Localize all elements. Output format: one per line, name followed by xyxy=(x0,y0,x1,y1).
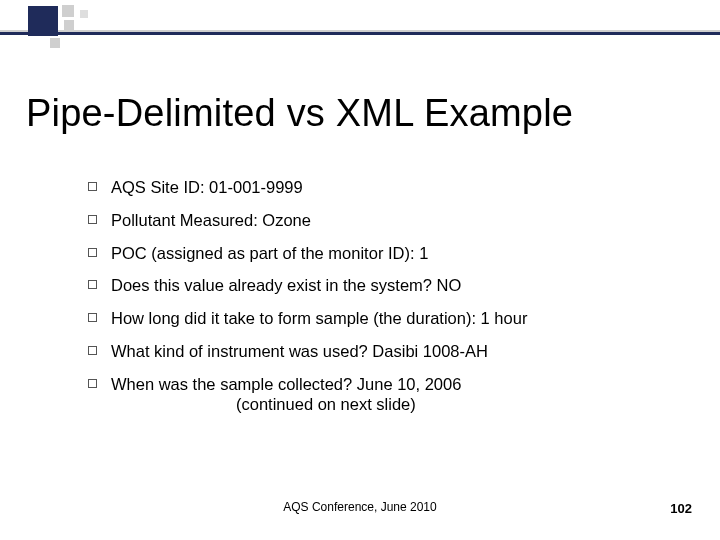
bullet-icon xyxy=(88,280,97,289)
bullet-icon xyxy=(88,182,97,191)
list-item-text: Pollutant Measured: Ozone xyxy=(111,211,311,231)
page-number: 102 xyxy=(670,501,692,516)
bullet-icon xyxy=(88,346,97,355)
bullet-icon xyxy=(88,248,97,257)
list-item-text: What kind of instrument was used? Dasibi… xyxy=(111,342,488,362)
list-item: POC (assigned as part of the monitor ID)… xyxy=(88,244,678,264)
list-item-text: AQS Site ID: 01-001-9999 xyxy=(111,178,303,198)
list-item-text: When was the sample collected? June 10, … xyxy=(111,375,461,395)
list-item: When was the sample collected? June 10, … xyxy=(88,375,678,395)
list-item-text: POC (assigned as part of the monitor ID)… xyxy=(111,244,428,264)
continued-note: (continued on next slide) xyxy=(236,395,416,414)
bullet-icon xyxy=(88,215,97,224)
list-item: Does this value already exist in the sys… xyxy=(88,276,678,296)
slide-header-decoration xyxy=(0,0,720,54)
list-item-text: Does this value already exist in the sys… xyxy=(111,276,461,296)
list-item: AQS Site ID: 01-001-9999 xyxy=(88,178,678,198)
bullet-list: AQS Site ID: 01-001-9999 Pollutant Measu… xyxy=(88,178,678,408)
slide-title: Pipe-Delimited vs XML Example xyxy=(26,92,573,135)
bullet-icon xyxy=(88,313,97,322)
footer-text: AQS Conference, June 2010 xyxy=(0,500,720,514)
list-item-text: How long did it take to form sample (the… xyxy=(111,309,527,329)
list-item: Pollutant Measured: Ozone xyxy=(88,211,678,231)
list-item: How long did it take to form sample (the… xyxy=(88,309,678,329)
list-item: What kind of instrument was used? Dasibi… xyxy=(88,342,678,362)
bullet-icon xyxy=(88,379,97,388)
